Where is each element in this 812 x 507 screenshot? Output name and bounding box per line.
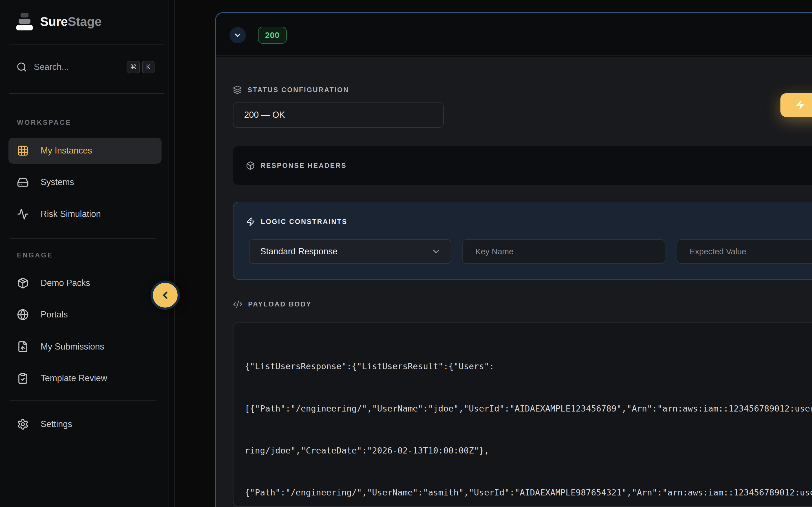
payload-line: [{"Path":"/engineering/","UserName":"jdo… bbox=[245, 402, 812, 416]
k-keycap: K bbox=[142, 61, 154, 73]
response-type-value: Standard Response bbox=[260, 246, 338, 257]
status-select-value: 200 — OK bbox=[244, 110, 285, 120]
sidebar-divider bbox=[10, 400, 156, 400]
package-icon bbox=[17, 277, 29, 289]
app-screen: SureStage Search... ⌘ K WORKSPACE My Ins… bbox=[0, 0, 812, 507]
brand-name: SureStage bbox=[40, 14, 101, 29]
payload-body-title: PAYLOAD BODY bbox=[233, 299, 312, 309]
brand-name-secondary: Stage bbox=[68, 14, 101, 29]
section-title-text: LOGIC CONSTRAINTS bbox=[261, 218, 347, 226]
response-headers-card[interactable]: RESPONSE HEADERS bbox=[233, 146, 812, 185]
sidebar-divider bbox=[9, 45, 164, 45]
logic-constraints-title: LOGIC CONSTRAINTS bbox=[246, 217, 347, 226]
sidebar-collapse-button[interactable] bbox=[151, 281, 180, 310]
collapse-section-button[interactable] bbox=[230, 27, 246, 43]
sidebar-item-demo-packs[interactable]: Demo Packs bbox=[8, 270, 161, 296]
key-name-input[interactable]: Key Name bbox=[462, 239, 665, 264]
main-panel: 200 STATUS CONFIGURATION 200 — OK IN bbox=[215, 12, 812, 507]
search-placeholder: Search... bbox=[34, 62, 126, 72]
code-icon bbox=[233, 299, 243, 309]
brand-name-primary: Sure bbox=[40, 14, 68, 29]
brand-logo-icon bbox=[16, 13, 33, 31]
search-shortcut: ⌘ K bbox=[126, 61, 154, 73]
status-code-badge: 200 bbox=[258, 27, 287, 44]
expected-value-input[interactable]: Expected Value bbox=[677, 239, 812, 264]
sidebar-item-settings[interactable]: Settings bbox=[8, 411, 161, 437]
globe-icon bbox=[17, 309, 29, 321]
activity-icon bbox=[17, 208, 29, 220]
sidebar-item-risk-simulation[interactable]: Risk Simulation bbox=[8, 201, 161, 227]
expected-value-placeholder: Expected Value bbox=[690, 247, 746, 256]
response-type-select[interactable]: Standard Response bbox=[249, 239, 451, 264]
sidebar-item-label: Portals bbox=[41, 309, 68, 320]
cmd-keycap: ⌘ bbox=[126, 61, 140, 73]
status-configuration-title: STATUS CONFIGURATION bbox=[233, 86, 349, 94]
sidebar-item-template-review[interactable]: Template Review bbox=[8, 365, 161, 391]
lightning-bolt-icon bbox=[795, 100, 805, 110]
panel-body: STATUS CONFIGURATION 200 — OK IN RESPONS… bbox=[216, 57, 812, 507]
panel-header: 200 bbox=[216, 13, 812, 56]
sidebar-item-label: Settings bbox=[41, 419, 72, 429]
search-input[interactable]: Search... ⌘ K bbox=[16, 59, 154, 75]
sidebar-item-label: Template Review bbox=[41, 373, 107, 383]
sidebar-section-workspace: WORKSPACE bbox=[17, 119, 71, 126]
chevron-down-icon bbox=[233, 31, 242, 40]
key-name-placeholder: Key Name bbox=[475, 247, 513, 256]
grid-icon bbox=[17, 145, 29, 157]
status-select[interactable]: 200 — OK bbox=[233, 102, 444, 128]
brand-logo: SureStage bbox=[16, 13, 101, 31]
search-icon bbox=[16, 62, 27, 72]
sidebar-divider bbox=[10, 238, 156, 238]
sidebar-section-engage: ENGAGE bbox=[17, 251, 53, 259]
sidebar-item-label: Risk Simulation bbox=[41, 209, 101, 219]
payload-line: {"ListUsersResponse":{"ListUsersResult":… bbox=[245, 359, 812, 374]
section-title-text: PAYLOAD BODY bbox=[248, 300, 312, 308]
sidebar-item-label: My Submissions bbox=[41, 342, 104, 352]
sidebar-rail-line bbox=[174, 0, 175, 507]
sidebar-item-systems[interactable]: Systems bbox=[8, 169, 161, 195]
sidebar: SureStage Search... ⌘ K WORKSPACE My Ins… bbox=[0, 0, 169, 507]
box-icon bbox=[246, 161, 255, 170]
zap-icon bbox=[246, 217, 255, 226]
chevron-left-icon bbox=[160, 290, 171, 301]
payload-line: ring/jdoe","CreateDate":"2026-02-13T10:0… bbox=[245, 444, 812, 458]
section-title-text: STATUS CONFIGURATION bbox=[248, 86, 349, 94]
payload-line: {"Path":"/engineering/","UserName":"asmi… bbox=[245, 486, 812, 500]
file-upload-icon bbox=[17, 341, 29, 353]
payload-body-editor[interactable]: {"ListUsersResponse":{"ListUsersResult":… bbox=[233, 322, 812, 507]
clipboard-check-icon bbox=[17, 372, 29, 384]
sidebar-item-label: Systems bbox=[41, 177, 74, 187]
sidebar-item-label: My Instances bbox=[41, 146, 92, 156]
sidebar-item-my-instances[interactable]: My Instances bbox=[8, 138, 161, 164]
payload-json-text: {"ListUsersResponse":{"ListUsersResult":… bbox=[245, 332, 812, 507]
server-icon bbox=[17, 176, 29, 188]
chevron-down-icon bbox=[431, 246, 441, 257]
logic-constraints-card: LOGIC CONSTRAINTS Standard Response Key … bbox=[233, 202, 812, 280]
section-title-text: RESPONSE HEADERS bbox=[260, 162, 347, 170]
sidebar-item-label: Demo Packs bbox=[41, 278, 90, 288]
sidebar-divider bbox=[9, 93, 164, 94]
sidebar-item-portals[interactable]: Portals bbox=[8, 302, 161, 328]
inject-button[interactable]: IN bbox=[780, 93, 812, 117]
layers-icon bbox=[233, 86, 242, 94]
gear-icon bbox=[17, 418, 29, 430]
sidebar-item-my-submissions[interactable]: My Submissions bbox=[8, 334, 161, 360]
